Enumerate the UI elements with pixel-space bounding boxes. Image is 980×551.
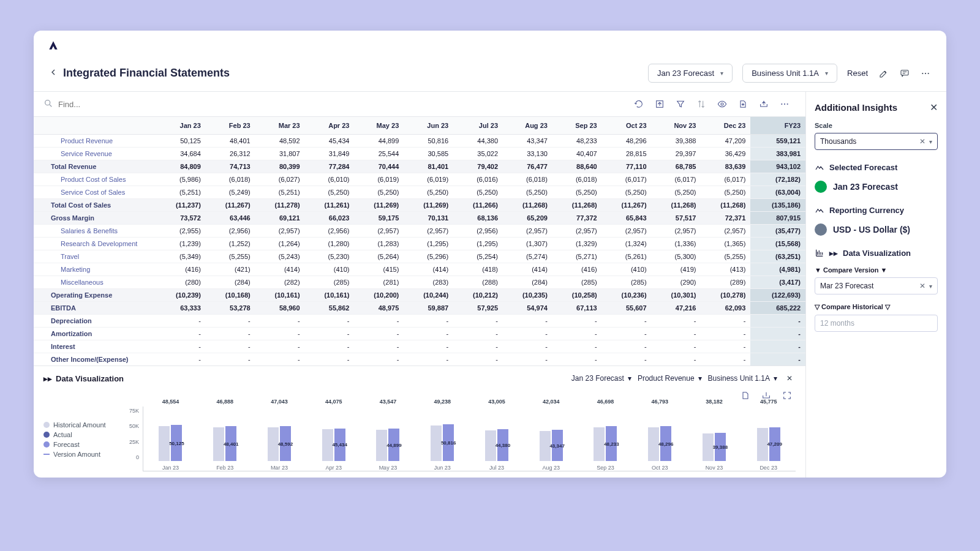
download-icon[interactable] [737,98,749,110]
col-header: Dec 23 [701,117,750,135]
page-title: Integrated Financial Statements [63,67,230,80]
table-row[interactable]: Service Cost of Sales(5,251)(5,249)(5,25… [34,186,805,199]
col-header: Mar 23 [255,117,305,135]
svg-point-1 [922,72,923,73]
compare-hist-label: ▽ Compare Historical ▽ [815,303,938,311]
table-row[interactable]: Total Cost of Sales(11,237)(11,267)(11,2… [34,199,805,212]
dv-close-icon[interactable]: ✕ [783,372,796,384]
visibility-icon[interactable] [716,98,728,110]
chevron-down-icon: ▾ [720,70,723,77]
table-row[interactable]: Operating Expense(10,239)(10,168)(10,161… [34,289,805,302]
col-header: Apr 23 [305,117,355,135]
business-unit-dropdown-label: Business Unit 1.1A [752,69,819,78]
dv-section-label: Data Visualization [843,249,911,258]
table-row[interactable]: Total Revenue84,80974,71380,39977,28470,… [34,160,805,173]
selected-forecast-label: Selected Forecast [829,163,897,172]
chevron-down-icon: ▾ [774,374,777,383]
export-icon[interactable] [654,98,666,110]
selected-forecast-value: Jan 23 Forecast [815,181,938,193]
insights-title: Additional Insights [815,102,897,113]
table-row[interactable]: Research & Development(1,239)(1,252)(1,2… [34,238,805,250]
compare-version-label: ▼ Compare Version ▼ [815,266,938,274]
scale-label: Scale [815,122,938,129]
chevron-down-icon: ▾ [929,283,932,290]
edit-icon[interactable] [878,67,890,80]
search-input[interactable] [58,100,181,109]
compare-version-select[interactable]: Mar 23 Forecast ✕ ▾ [815,277,938,294]
table-row[interactable]: Salaries & Benefits(2,955)(2,956)(2,957)… [34,225,805,238]
col-header: May 23 [354,117,404,135]
currency-value: USD - US Dollar ($) [815,223,938,236]
col-header: Jan 23 [156,117,206,135]
clear-icon[interactable]: ✕ [919,282,925,290]
dv-metric-dropdown[interactable]: Product Revenue ▾ [638,374,702,383]
col-header: Jun 23 [404,117,453,135]
table-row[interactable]: Depreciation------------- [34,315,805,328]
svg-point-8 [784,103,785,105]
dv-forecast-dropdown[interactable]: Jan 23 Forecast ▾ [571,374,631,383]
more-table-icon[interactable] [778,98,791,110]
chevron-down-icon: ▾ [825,70,828,77]
share-icon[interactable] [758,98,770,110]
sort-icon[interactable] [695,98,707,110]
chevron-down-icon: ▾ [698,374,702,383]
forecast-dropdown[interactable]: Jan 23 Forecast ▾ [648,64,733,83]
svg-point-9 [787,103,788,105]
col-header: Oct 23 [602,117,652,135]
table-row[interactable]: Product Cost of Sales(5,986)(6,018)(6,02… [34,173,805,186]
table-row[interactable]: Product Revenue50,12548,40148,59245,4344… [34,135,805,148]
table-row[interactable]: Service Revenue34,68426,31231,80731,8492… [34,148,805,160]
table-row[interactable]: Travel(5,349)(5,255)(5,243)(5,230)(5,264… [34,250,805,263]
table-row[interactable]: Interest------------- [34,340,805,353]
table-row[interactable]: Amortization------------- [34,328,805,340]
dv-section-expand-icon: ▸▸ [829,249,838,258]
table-row[interactable]: Gross Margin73,57263,44669,12166,02359,1… [34,212,805,225]
col-header: Feb 23 [206,117,255,135]
bar-chart: 75K50K25K0 48,55450,125Jan 2346,88848,40… [129,407,796,471]
col-header: Sep 23 [552,117,602,135]
app-logo [48,39,62,53]
svg-point-7 [781,103,782,105]
data-viz-toggle[interactable]: ▸▸ Data Visualization [43,374,124,383]
svg-point-2 [925,72,926,73]
table-row[interactable]: Marketing(416)(421)(414)(410)(415)(414)(… [34,263,805,276]
col-header: Aug 23 [503,117,552,135]
chevron-down-icon: ▾ [628,374,631,383]
table-row[interactable]: Miscellaneous(280)(284)(282)(285)(281)(2… [34,276,805,289]
compare-hist-select[interactable]: 12 months [815,315,938,332]
dv-fullscreen-icon[interactable] [781,389,793,402]
forecast-dropdown-label: Jan 23 Forecast [657,69,714,78]
dv-bu-dropdown[interactable]: Business Unit 1.1A ▾ [708,374,777,383]
currency-label: Reporting Currency [829,206,904,215]
svg-rect-0 [901,70,908,75]
scale-select[interactable]: Thousands ✕ ▾ [815,133,938,150]
reset-link[interactable]: Reset [847,69,868,78]
business-unit-dropdown[interactable]: Business Unit 1.1A ▾ [742,64,837,83]
financial-table: Jan 23Feb 23Mar 23Apr 23May 23Jun 23Jul … [34,117,805,366]
expand-icon: ▸▸ [43,374,52,383]
close-insights-icon[interactable]: ✕ [930,102,938,113]
svg-point-4 [45,100,50,105]
refresh-icon[interactable] [633,98,645,110]
col-header: FY23 [750,117,805,135]
more-icon[interactable] [919,67,932,80]
chart-legend: Historical Amount Actual Forecast Versio… [43,407,123,471]
svg-point-3 [928,72,929,73]
clear-icon[interactable]: ✕ [919,137,925,146]
col-header: Jul 23 [453,117,503,135]
filter-icon[interactable] [674,98,687,110]
table-row[interactable]: EBITDA63,33353,27858,96055,86248,97559,8… [34,302,805,315]
chevron-down-icon: ▾ [929,138,932,145]
svg-point-6 [721,103,723,105]
table-row[interactable]: Other Income/(Expense)------------- [34,353,805,366]
col-header: Nov 23 [652,117,701,135]
back-button[interactable] [48,67,58,79]
search-icon [43,99,53,110]
comment-icon[interactable] [899,67,911,80]
dv-download-icon[interactable] [739,389,752,402]
